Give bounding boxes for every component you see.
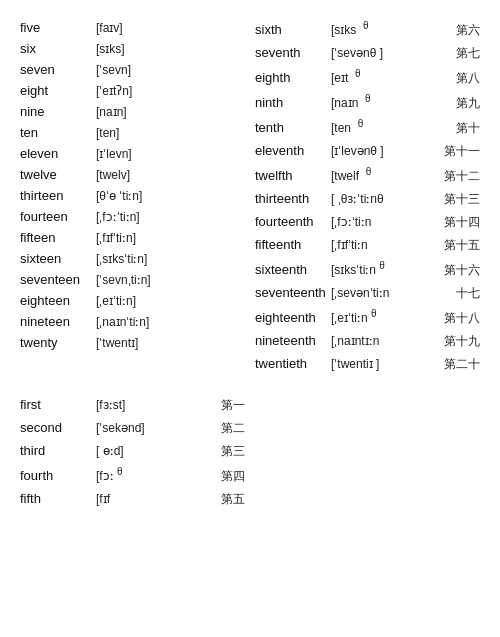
word-zh: 第十八	[444, 310, 480, 327]
list-item: nine [naɪn]	[20, 104, 245, 119]
word-en: sixth	[255, 22, 327, 37]
list-item: thirteen [θˈɵ ˈtiːn]	[20, 188, 245, 203]
word-en: fourteen	[20, 209, 92, 224]
list-item: tenth [ten θ 第十	[255, 118, 480, 137]
word-en: eighteen	[20, 293, 92, 308]
word-en: sixteen	[20, 251, 92, 266]
list-item: eleven [ɪˈlevn]	[20, 146, 245, 161]
word-en: nine	[20, 104, 92, 119]
word-phonetic: [ˌsɪksˈtiːn]	[96, 252, 245, 266]
word-phonetic: [eɪt θ	[331, 68, 452, 85]
word-phonetic: [ten]	[96, 126, 245, 140]
word-phonetic: [ ɵːd]	[96, 444, 217, 458]
word-en: third	[20, 443, 92, 458]
word-phonetic: [ten θ	[331, 118, 452, 135]
word-phonetic: [sɪks θ	[331, 20, 452, 37]
list-item: fifteen [ˌfɪfˈtiːn]	[20, 230, 245, 245]
word-en: twelfth	[255, 168, 327, 183]
list-item: sixth [sɪks θ 第六	[255, 20, 480, 39]
list-item: sixteen [ˌsɪksˈtiːn]	[20, 251, 245, 266]
list-item: five [faɪv]	[20, 20, 245, 35]
word-phonetic: [ˌfɔːˈtiːn]	[96, 210, 245, 224]
word-phonetic: [sɪksˈtiːn θ	[331, 260, 440, 277]
list-item: fourth [fɔː θ 第四	[20, 466, 245, 485]
list-item: seventh [ˈsevənθ ] 第七	[255, 45, 480, 62]
word-phonetic: [naɪn]	[96, 105, 245, 119]
word-phonetic: [ˌfɪfˈtiːn]	[96, 231, 245, 245]
word-en: five	[20, 20, 92, 35]
word-zh: 第十三	[444, 191, 480, 208]
word-phonetic: [ˌfɔːˈtiːn	[331, 215, 440, 229]
ordinals-left-col: first [fɜːst] 第一 second [ˈsekənd] 第二 thi…	[20, 397, 245, 514]
word-en: seven	[20, 62, 92, 77]
word-phonetic: [twelv]	[96, 168, 245, 182]
word-en: ninth	[255, 95, 327, 110]
word-phonetic: [ˌeɪˈtiːn θ	[331, 308, 440, 325]
word-en: eight	[20, 83, 92, 98]
word-phonetic: [ˈtwentɪ]	[96, 336, 245, 350]
left-column: five [faɪv] six [sɪks] seven [ˈsevn] eig…	[20, 20, 245, 379]
word-en: thirteen	[20, 188, 92, 203]
list-item: eighth [eɪt θ 第八	[255, 68, 480, 87]
word-phonetic: [faɪv]	[96, 21, 245, 35]
list-item: twentieth [ˈtwentiɪ ] 第二十	[255, 356, 480, 373]
word-phonetic: [ˈeɪtʔn]	[96, 84, 245, 98]
list-item: ninth [naɪn θ 第九	[255, 93, 480, 112]
list-item: fifteenth [ˌfɪfˈtiːn 第十五	[255, 237, 480, 254]
list-item: third [ ɵːd] 第三	[20, 443, 245, 460]
word-en: six	[20, 41, 92, 56]
word-phonetic: [ˈsevn]	[96, 63, 245, 77]
list-item: twenty [ˈtwentɪ]	[20, 335, 245, 350]
list-item: twelfth [twelf θ 第十二	[255, 166, 480, 185]
ordinals-right-col	[255, 397, 480, 514]
word-en: tenth	[255, 120, 327, 135]
list-item: sixteenth [sɪksˈtiːn θ 第十六	[255, 260, 480, 279]
word-zh: 第六	[456, 22, 480, 39]
word-zh: 十七	[456, 285, 480, 302]
word-en: fifteen	[20, 230, 92, 245]
word-en: ten	[20, 125, 92, 140]
list-item: seventeen [ˈsevnˌtiːn]	[20, 272, 245, 287]
word-phonetic: [fɜːst]	[96, 398, 217, 412]
list-item: eight [ˈeɪtʔn]	[20, 83, 245, 98]
list-item: first [fɜːst] 第一	[20, 397, 245, 414]
word-phonetic: [naɪn θ	[331, 93, 452, 110]
word-en: fourteenth	[255, 214, 327, 229]
word-en: first	[20, 397, 92, 412]
list-item: twelve [twelv]	[20, 167, 245, 182]
word-zh: 第十六	[444, 262, 480, 279]
ordinals-section: first [fɜːst] 第一 second [ˈsekənd] 第二 thi…	[20, 397, 480, 514]
word-en: twenty	[20, 335, 92, 350]
list-item: fourteenth [ˌfɔːˈtiːn 第十四	[255, 214, 480, 231]
word-en: eighth	[255, 70, 327, 85]
word-en: seventeen	[20, 272, 92, 287]
word-phonetic: [ ˌθɜːˈtiːnθ	[331, 192, 440, 206]
word-zh: 第五	[221, 491, 245, 508]
word-phonetic: [sɪks]	[96, 42, 245, 56]
word-phonetic: [ˈsekənd]	[96, 421, 217, 435]
word-en: eleven	[20, 146, 92, 161]
word-en: thirteenth	[255, 191, 327, 206]
word-phonetic: [ˌnaɪnˈtiːn]	[96, 315, 245, 329]
word-zh: 第二十	[444, 356, 480, 373]
word-phonetic: [ˈtwentiɪ ]	[331, 357, 440, 371]
word-zh: 第九	[456, 95, 480, 112]
list-item: fourteen [ˌfɔːˈtiːn]	[20, 209, 245, 224]
word-phonetic: [ˌsevənˈtiːn	[331, 286, 452, 300]
word-zh: 第十一	[444, 143, 480, 160]
word-phonetic: [twelf θ	[331, 166, 440, 183]
word-zh: 第一	[221, 397, 245, 414]
word-en: fifth	[20, 491, 92, 506]
word-zh: 第四	[221, 468, 245, 485]
list-item: eleventh [ɪˈlevənθ ] 第十一	[255, 143, 480, 160]
word-en: sixteenth	[255, 262, 327, 277]
word-en: second	[20, 420, 92, 435]
word-zh: 第十四	[444, 214, 480, 231]
word-en: nineteen	[20, 314, 92, 329]
word-en: twelve	[20, 167, 92, 182]
list-item: eighteen [ˌeɪˈtiːn]	[20, 293, 245, 308]
word-phonetic: [fɔː θ	[96, 466, 217, 483]
word-zh: 第十	[456, 120, 480, 137]
word-en: eighteenth	[255, 310, 327, 325]
word-zh: 第三	[221, 443, 245, 460]
